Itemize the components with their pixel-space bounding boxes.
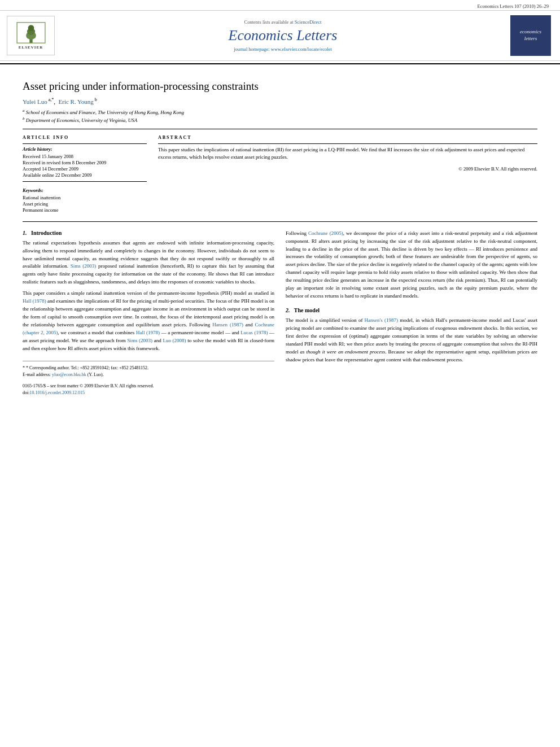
copyright-line: © 2009 Elsevier B.V. All rights reserved…: [158, 166, 537, 172]
affiliation-a-text: School of Economics and Finance, The Uni…: [26, 110, 184, 115]
ref-hansen-1987-left[interactable]: Hansen (1987): [212, 322, 243, 327]
author-yulei-luo[interactable]: Yulei Luo: [23, 98, 47, 105]
sciencedirect-link[interactable]: ScienceDirect: [295, 19, 322, 25]
elsevier-wordmark: ELSEVIER: [19, 45, 43, 50]
intro-number: 1.: [23, 230, 27, 236]
article-info-label: ARTICLE INFO: [23, 135, 147, 140]
model-para-1: The model is a simplified version of Han…: [286, 317, 537, 364]
author-eric-young[interactable]: Eric R. Young: [59, 98, 94, 105]
keyword-1: Rational inattention: [23, 195, 147, 200]
footer-issn: 0165-1765/$ – see front matter © 2009 El…: [23, 383, 274, 390]
footer-area: 0165-1765/$ – see front matter © 2009 El…: [23, 383, 274, 396]
ref-luo-2008[interactable]: Luo (2008): [163, 338, 186, 343]
ref-hall-1978[interactable]: Hall (1978): [23, 298, 46, 304]
footnote-email-address[interactable]: yluo@econ.hku.hk: [52, 372, 86, 377]
intro-para-1: The rational expectations hypothesis ass…: [23, 239, 274, 287]
history-item-1: Received 15 January 2008: [23, 154, 147, 159]
affiliation-a: a School of Economics and Finance, The U…: [23, 108, 537, 115]
journal-main-title: Economics Letters: [58, 27, 508, 44]
svg-rect-0: [29, 39, 32, 43]
article-title: Asset pricing under information-processi…: [23, 80, 537, 93]
history-item-2: Received in revised form 8 December 2009: [23, 160, 147, 165]
separator-body: [23, 221, 537, 222]
authors-line: Yulei Luo a,*, Eric R. Young b: [23, 97, 537, 105]
footnote-email-suffix: (Y. Luo).: [88, 372, 104, 377]
journal-title-center: Contents lists available at ScienceDirec…: [58, 19, 508, 52]
history-item-3: Accepted 14 December 2009: [23, 166, 147, 172]
journal-badge-box: economics letters: [510, 15, 551, 56]
elsevier-logo: ELSEVIER: [7, 16, 58, 55]
model-number: 2.: [286, 307, 290, 313]
separator-affiliations: [23, 129, 537, 129]
footer-doi-label: doi:: [23, 390, 29, 395]
header-content: ELSEVIER Contents lists available at Sci…: [0, 10, 560, 61]
footer-doi-link[interactable]: 10.1016/j.econlet.2009.12.015: [29, 390, 85, 395]
abstract-text: This paper studies the implications of r…: [158, 146, 537, 161]
badge-letters: letters: [524, 36, 537, 42]
ref-hansen-1987-right[interactable]: Hansen's (1987): [365, 317, 398, 323]
footnote-area: * * Corresponding author. Tel.: +852 285…: [23, 361, 274, 378]
journal-badge: economics letters: [508, 15, 553, 56]
affiliation-b-sup: b: [23, 116, 25, 121]
svg-point-3: [28, 25, 34, 31]
affiliation-b-text: Department of Economics, University of V…: [26, 117, 137, 123]
article-info-column: ARTICLE INFO Article history: Received 1…: [23, 135, 147, 213]
elsevier-tree-icon: [14, 21, 48, 44]
ref-lucas-1978[interactable]: Lucas (1978): [240, 330, 268, 335]
model-label: The model: [291, 307, 320, 313]
footnote-corresponding-text: * Corresponding author. Tel.: +852 28591…: [26, 365, 148, 370]
author-luo-sup: a,*: [47, 97, 54, 102]
left-column: 1. Introduction The rational expectation…: [23, 230, 274, 396]
footnote-email: E-mail address: yluo@econ.hku.hk (Y. Luo…: [23, 372, 274, 378]
elsevier-logo-box: ELSEVIER: [7, 16, 55, 55]
journal-reference: Economics Letters 107 (2010) 26–29: [477, 3, 549, 9]
intro-para-2: This paper considers a simple rational i…: [23, 290, 274, 353]
affiliation-b: b Department of Economics, University of…: [23, 116, 537, 123]
right-column: Following Cochrane (2005), we decompose …: [286, 230, 537, 396]
journal-homepage-line: journal homepage: www.elsevier.com/locat…: [58, 46, 508, 52]
history-item-4: Available online 22 December 2009: [23, 172, 147, 178]
journal-ref-line: Economics Letters 107 (2010) 26–29: [0, 2, 560, 10]
separator-keywords: [23, 181, 147, 182]
article-history-label: Article history:: [23, 146, 147, 152]
affiliation-a-sup: a: [23, 108, 25, 113]
author-young-sup: b: [94, 97, 97, 102]
keywords-label: Keywords:: [23, 187, 147, 193]
introduction-heading: 1. Introduction: [23, 230, 274, 236]
footnote-corresponding: * * Corresponding author. Tel.: +852 285…: [23, 365, 274, 372]
em-as-though: as though it were an endowment process: [300, 349, 386, 355]
separator-abstract: [158, 143, 537, 144]
intro-label: Introduction: [28, 230, 62, 236]
sciencedirect-label: Contents lists available at: [244, 19, 294, 25]
article-body: Asset pricing under information-processi…: [0, 64, 560, 408]
abstract-column: ABSTRACT This paper studies the implicat…: [158, 135, 537, 213]
separator-article-info: [23, 143, 147, 144]
ref-cochrane-2005-right[interactable]: Cochrane (2005): [308, 230, 343, 236]
right-intro-para-1: Following Cochrane (2005), we decompose …: [286, 230, 537, 300]
abstract-label: ABSTRACT: [158, 135, 537, 140]
ref-sims-2003b[interactable]: Sims (2003): [127, 338, 152, 343]
page-header: Economics Letters 107 (2010) 26–29 ELSEV…: [0, 0, 560, 64]
article-info-abstract-row: ARTICLE INFO Article history: Received 1…: [23, 135, 537, 213]
model-heading: 2. The model: [286, 307, 537, 313]
badge-economics: economics: [520, 29, 541, 36]
ref-hall-1978b[interactable]: Hall (1978): [136, 330, 160, 335]
sciencedirect-line: Contents lists available at ScienceDirec…: [58, 19, 508, 25]
journal-homepage-link[interactable]: journal homepage: www.elsevier.com/locat…: [234, 46, 332, 52]
ref-sims-2003[interactable]: Sims (2003): [71, 263, 97, 269]
footer-doi: doi:10.1016/j.econlet.2009.12.015: [23, 390, 274, 396]
main-two-col: 1. Introduction The rational expectation…: [23, 230, 537, 396]
keyword-3: Permanent income: [23, 207, 147, 213]
email-label: E-mail address:: [23, 372, 51, 377]
keyword-2: Asset pricing: [23, 201, 147, 207]
